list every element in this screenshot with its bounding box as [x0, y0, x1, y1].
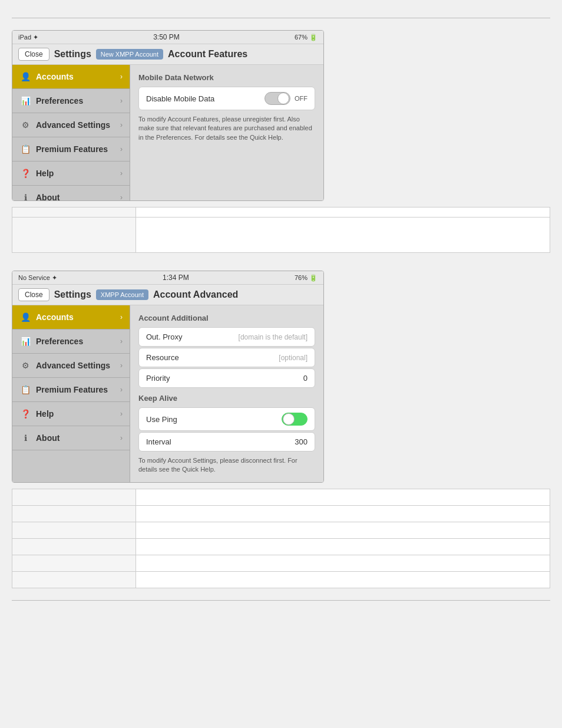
content-panel-1: Mobile Data Network Disable Mobile Data … [130, 65, 323, 200]
toggle-track-on-1[interactable]: ON [282, 413, 308, 426]
table-cell [12, 218, 136, 253]
sidebar-item-advanced-2[interactable]: ⚙ Advanced Settings › [12, 354, 130, 378]
table-row [12, 218, 550, 253]
table-cell [136, 555, 550, 572]
about-chevron-1: › [120, 193, 123, 201]
help-chevron-1: › [120, 169, 123, 177]
sidebar-item-help-1[interactable]: ❓ Help › [12, 162, 130, 186]
sidebar-1: 👤 Accounts › 📊 Preferences › ⚙ Advanced … [12, 65, 130, 200]
table-row [12, 489, 550, 506]
premium-icon-1: 📋 [19, 143, 31, 155]
breadcrumb-button-1[interactable]: New XMPP Account [96, 49, 163, 60]
status-left-2: No Service ✦ [18, 274, 57, 282]
sidebar-item-about-1[interactable]: ℹ About › [12, 186, 130, 201]
setting-row-use-ping: Use Ping ON [138, 407, 315, 431]
sidebar-item-advanced-1[interactable]: ⚙ Advanced Settings › [12, 113, 130, 137]
sidebar-item-preferences-1[interactable]: 📊 Preferences › [12, 89, 130, 113]
sidebar-item-help-2[interactable]: ❓ Help › [12, 402, 130, 426]
table-cell [12, 506, 136, 522]
table-cell [136, 489, 550, 506]
table-row [12, 522, 550, 539]
content-panel-2: Account Additional Out. Proxy [domain is… [130, 305, 323, 482]
ipad-screenshot-2: No Service ✦ 1:34 PM 76% 🔋 Close Setting… [12, 271, 324, 483]
status-right-1: 67% 🔋 [295, 34, 318, 41]
page-title-2: Account Advanced [153, 289, 238, 300]
sidebar-item-preferences-2[interactable]: 📊 Preferences › [12, 330, 130, 354]
table-cell [136, 207, 550, 218]
priority-label: Priority [146, 374, 170, 383]
status-left-1: iPad ✦ [18, 34, 38, 41]
status-center-2: 1:34 PM [163, 274, 189, 282]
table-row [12, 506, 550, 522]
about-label-1: About [36, 193, 120, 201]
sidebar-item-premium-1[interactable]: 📋 Premium Features › [12, 137, 130, 162]
setting-row-resource: Resource [optional] [138, 348, 315, 367]
toggle-track-1[interactable] [265, 92, 290, 105]
preferences-icon-1: 📊 [19, 95, 31, 107]
close-button-1[interactable]: Close [18, 48, 49, 61]
status-center-1: 3:50 PM [153, 33, 180, 41]
sidebar-item-accounts-2[interactable]: 👤 Accounts › [12, 305, 130, 330]
preferences-icon-2: 📊 [19, 335, 31, 347]
setting-row-interval: Interval 300 [138, 432, 315, 452]
sidebar-2: 👤 Accounts › 📊 Preferences › ⚙ Advanced … [12, 305, 130, 482]
table-cell [12, 555, 136, 572]
accounts-icon-1: 👤 [19, 71, 31, 83]
table-cell [12, 539, 136, 555]
premium-label-2: Premium Features [36, 385, 120, 394]
about-chevron-2: › [120, 434, 123, 442]
premium-icon-2: 📋 [19, 384, 31, 396]
status-bar-2: No Service ✦ 1:34 PM 76% 🔋 [12, 271, 323, 285]
preferences-label-1: Preferences [36, 96, 120, 106]
premium-chevron-2: › [120, 386, 123, 394]
preferences-label-2: Preferences [36, 337, 120, 346]
sidebar-item-accounts-1[interactable]: 👤 Accounts › [12, 65, 130, 89]
info-text-1: To modify Account Features, please unreg… [138, 115, 315, 142]
split-view-2: 👤 Accounts › 📊 Preferences › ⚙ Advanced … [12, 305, 323, 482]
table-cell [136, 506, 550, 522]
screenshot-block-2: No Service ✦ 1:34 PM 76% 🔋 Close Setting… [12, 271, 550, 483]
breadcrumb-button-2[interactable]: XMPP Account [96, 289, 148, 300]
interval-value: 300 [295, 437, 308, 446]
resource-value: [optional] [279, 354, 308, 362]
toggle-state-label-1: OFF [295, 95, 308, 102]
premium-chevron-1: › [120, 145, 123, 153]
settings-title-1: Settings [54, 49, 91, 60]
status-right-2: 76% 🔋 [295, 274, 318, 282]
table-cell [136, 539, 550, 555]
status-bar-1: iPad ✦ 3:50 PM 67% 🔋 [12, 31, 323, 44]
help-icon-2: ❓ [19, 408, 31, 420]
table-cell [12, 522, 136, 539]
settings-title-2: Settings [54, 289, 91, 300]
toggle-on-1[interactable]: ON [282, 413, 308, 426]
nav-bar-2: Close Settings XMPP Account Account Adva… [12, 285, 323, 305]
help-icon-1: ❓ [19, 167, 31, 179]
split-view-1: 👤 Accounts › 📊 Preferences › ⚙ Advanced … [12, 65, 323, 200]
page-container: iPad ✦ 3:50 PM 67% 🔋 Close Settings New … [0, 12, 562, 607]
table-row [12, 207, 550, 218]
sidebar-item-premium-2[interactable]: 📋 Premium Features › [12, 378, 130, 402]
top-divider [12, 18, 550, 18]
setting-row-disable-mobile: Disable Mobile Data OFF [138, 87, 315, 110]
toggle-off-1[interactable]: OFF [265, 92, 308, 105]
close-button-2[interactable]: Close [18, 288, 49, 301]
data-table-1 [12, 207, 550, 253]
bottom-divider [12, 600, 550, 601]
table-cell [136, 572, 550, 588]
table-cell [12, 572, 136, 588]
table-cell [12, 207, 136, 218]
toggle-thumb-1 [277, 93, 289, 104]
about-label-2: About [36, 433, 120, 443]
table-row [12, 572, 550, 588]
sidebar-item-about-2[interactable]: ℹ About › [12, 426, 130, 450]
about-icon-2: ℹ [19, 432, 31, 444]
advanced-label-1: Advanced Settings [36, 120, 120, 130]
accounts-chevron-1: › [120, 73, 123, 81]
interval-label: Interval [146, 437, 171, 446]
table-cell [136, 218, 550, 253]
setting-row-priority: Priority 0 [138, 368, 315, 388]
disable-mobile-label: Disable Mobile Data [146, 94, 214, 103]
preferences-chevron-2: › [120, 337, 123, 345]
toggle-on-label: ON [285, 416, 294, 423]
use-ping-label: Use Ping [146, 415, 177, 424]
